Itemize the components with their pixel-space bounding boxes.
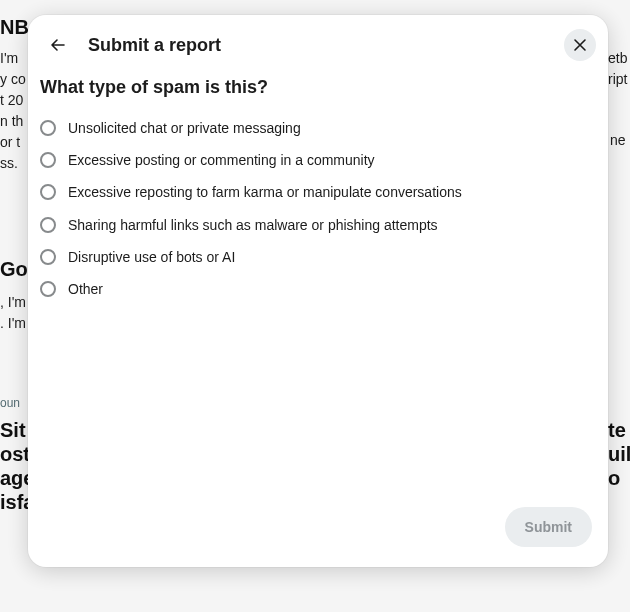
option-label: Disruptive use of bots or AI bbox=[68, 248, 235, 266]
modal-footer: Submit bbox=[38, 507, 598, 551]
modal-header: Submit a report bbox=[38, 27, 598, 63]
option-label: Unsolicited chat or private messaging bbox=[68, 119, 301, 137]
header-left: Submit a report bbox=[42, 29, 221, 61]
option-label: Excessive reposting to farm karma or man… bbox=[68, 183, 462, 201]
option-harmful-links[interactable]: Sharing harmful links such as malware or… bbox=[40, 209, 598, 241]
option-label: Excessive posting or commenting in a com… bbox=[68, 151, 375, 169]
close-icon bbox=[572, 37, 588, 53]
option-excessive-reposting[interactable]: Excessive reposting to farm karma or man… bbox=[40, 176, 598, 208]
modal-subtitle: What type of spam is this? bbox=[38, 63, 598, 112]
spacer bbox=[38, 305, 598, 507]
option-excessive-posting[interactable]: Excessive posting or commenting in a com… bbox=[40, 144, 598, 176]
back-button[interactable] bbox=[42, 29, 74, 61]
radio-icon bbox=[40, 281, 56, 297]
option-label: Sharing harmful links such as malware or… bbox=[68, 216, 438, 234]
arrow-left-icon bbox=[48, 35, 68, 55]
submit-button[interactable]: Submit bbox=[505, 507, 592, 547]
radio-icon bbox=[40, 120, 56, 136]
radio-icon bbox=[40, 152, 56, 168]
radio-icon bbox=[40, 217, 56, 233]
report-modal: Submit a report What type of spam is thi… bbox=[28, 15, 608, 567]
modal-title: Submit a report bbox=[88, 35, 221, 56]
radio-icon bbox=[40, 184, 56, 200]
option-unsolicited-chat[interactable]: Unsolicited chat or private messaging bbox=[40, 112, 598, 144]
spam-options: Unsolicited chat or private messaging Ex… bbox=[38, 112, 598, 305]
close-button[interactable] bbox=[564, 29, 596, 61]
radio-icon bbox=[40, 249, 56, 265]
option-other[interactable]: Other bbox=[40, 273, 598, 305]
option-bots-ai[interactable]: Disruptive use of bots or AI bbox=[40, 241, 598, 273]
option-label: Other bbox=[68, 280, 103, 298]
